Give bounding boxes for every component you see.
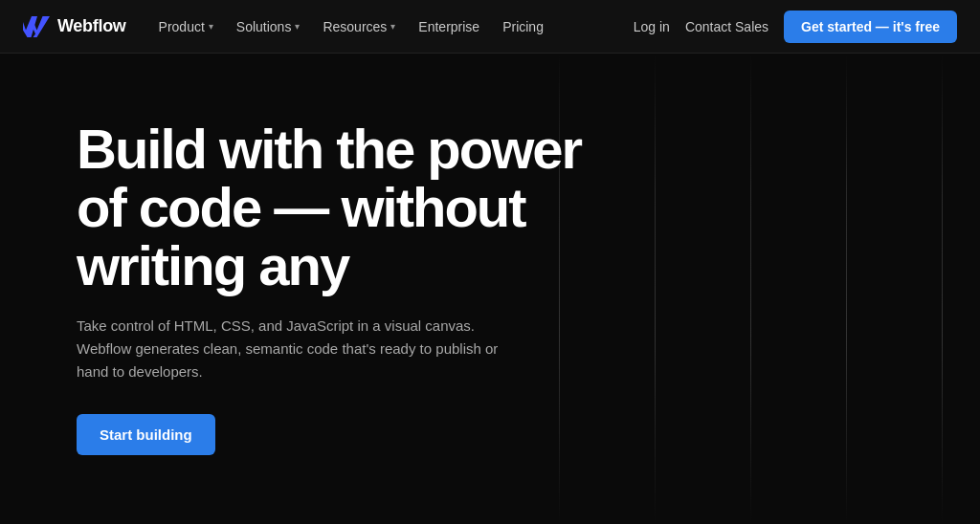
chevron-down-icon: ▾ (295, 21, 300, 32)
nav-link-solutions[interactable]: Solutions ▾ (227, 13, 310, 40)
hero-subtext: Take control of HTML, CSS, and JavaScrip… (77, 315, 517, 383)
nav-link-product[interactable]: Product ▾ (149, 13, 223, 40)
bg-line-5 (942, 54, 943, 524)
logo-link[interactable]: Webflow (23, 16, 126, 37)
contact-sales-link[interactable]: Contact Sales (685, 19, 768, 34)
nav-link-enterprise[interactable]: Enterprise (409, 13, 489, 40)
nav-right: Log in Contact Sales Get started — it's … (634, 11, 957, 43)
login-link[interactable]: Log in (634, 19, 670, 34)
hero-headline: Build with the power of code — without w… (77, 120, 612, 295)
webflow-logo-icon (23, 16, 50, 37)
get-started-button[interactable]: Get started — it's free (784, 11, 957, 43)
start-building-button[interactable]: Start building (77, 414, 215, 455)
bg-line-4 (846, 54, 847, 524)
chevron-down-icon: ▾ (390, 21, 395, 32)
logo-text: Webflow (57, 16, 126, 36)
chevron-down-icon: ▾ (209, 21, 213, 32)
nav-links: Product ▾ Solutions ▾ Resources ▾ Enterp… (149, 13, 634, 40)
bg-line-3 (750, 54, 751, 524)
hero-section: Build with the power of code — without w… (0, 54, 980, 524)
navbar: Webflow Product ▾ Solutions ▾ Resources … (0, 0, 980, 54)
bg-line-2 (655, 54, 656, 524)
hero-content: Build with the power of code — without w… (77, 120, 612, 455)
nav-link-resources[interactable]: Resources ▾ (313, 13, 405, 40)
nav-link-pricing[interactable]: Pricing (493, 13, 553, 40)
